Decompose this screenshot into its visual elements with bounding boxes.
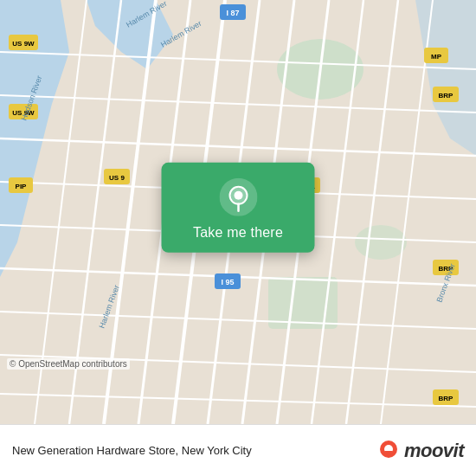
svg-text:PIP: PIP (16, 183, 28, 190)
location-card: Take me there (162, 163, 315, 253)
moovit-logo: moovit (376, 439, 464, 463)
svg-text:BRP: BRP (439, 92, 454, 100)
svg-text:I 87: I 87 (226, 9, 239, 17)
location-label: New Generation Hardware Store, New York … (12, 444, 252, 457)
svg-point-56 (234, 191, 242, 200)
svg-text:US 9W: US 9W (12, 40, 35, 48)
bottom-bar: New Generation Hardware Store, New York … (0, 424, 476, 476)
location-pin-icon (219, 178, 257, 216)
moovit-pin-icon (376, 439, 401, 463)
svg-point-6 (355, 225, 407, 260)
svg-text:US 9: US 9 (109, 174, 125, 182)
take-me-there-button[interactable]: Take me there (193, 225, 283, 241)
moovit-wordmark: moovit (404, 440, 464, 462)
svg-text:MP: MP (431, 53, 442, 61)
svg-text:I 95: I 95 (221, 278, 234, 286)
copyright-notice: © OpenStreetMap contributors (7, 358, 130, 370)
svg-text:BRP: BRP (439, 395, 454, 402)
map-view: I 87 US 9W US 9W PIP US 9 US 1 MP BRP BR… (0, 0, 476, 424)
